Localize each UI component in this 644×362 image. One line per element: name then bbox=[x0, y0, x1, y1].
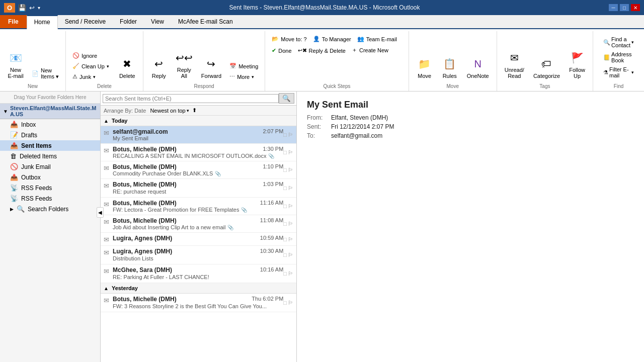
nav-item-deleted[interactable]: 🗑 Deleted Items bbox=[0, 151, 100, 161]
tomanager-icon: 👤 bbox=[313, 36, 320, 42]
title-bar: O 💾 ↩ ▾ Sent Items - Steven.Elfant@MassM… bbox=[0, 0, 644, 15]
email-item-10[interactable]: ✉ Botus, Michelle (DMH) Thu 6:02 PM FW: … bbox=[101, 294, 296, 312]
reply-all-button[interactable]: ↩↩ ReplyAll bbox=[173, 47, 196, 81]
nav-collapse-button[interactable]: ◀ bbox=[97, 207, 104, 218]
cleanup-button[interactable]: 🧹 Clean Up ▾ bbox=[70, 61, 112, 71]
meeting-button[interactable]: 📅 Meeting bbox=[227, 61, 261, 71]
new-email-button[interactable]: 📧 NewE-mail bbox=[4, 47, 27, 81]
more-button[interactable]: ⋯ More ▾ bbox=[227, 72, 261, 81]
rss1-label: RSS Feeds bbox=[21, 185, 96, 192]
move-button[interactable]: 📁 Move bbox=[413, 53, 436, 81]
flag-icon-2: □ bbox=[283, 149, 287, 155]
email-9-actions: □ 🏳 bbox=[283, 266, 293, 281]
email-item-7[interactable]: ✉ Lugira, Agnes (DMH) 10:59 AM □ 🏳 bbox=[101, 233, 296, 246]
email-item-3[interactable]: ✉ Botus, Michelle (DMH) 1:10 PM Commodit… bbox=[101, 161, 296, 179]
move-label: Move bbox=[418, 73, 431, 79]
email-item-5[interactable]: ✉ Botus, Michelle (DMH) 11:16 AM FW: Lec… bbox=[101, 198, 296, 215]
email-item-1[interactable]: ✉ selfant@gmail.com 2:07 PM My Sent Emai… bbox=[101, 126, 296, 144]
email-item-2[interactable]: ✉ Botus, Michelle (DMH) 1:30 PM RECALLIN… bbox=[101, 144, 296, 161]
tab-send-receive[interactable]: Send / Receive bbox=[58, 15, 113, 28]
drafts-icon: 📝 bbox=[10, 131, 18, 139]
rules-button[interactable]: 📋 Rules bbox=[438, 53, 461, 81]
nav-item-rss2[interactable]: 📡 RSS Feeds bbox=[0, 193, 100, 204]
tab-folder[interactable]: Folder bbox=[113, 15, 144, 28]
ignore-button[interactable]: 🚫 Ignore bbox=[70, 51, 112, 60]
delete-button[interactable]: ✖ Delete bbox=[116, 53, 139, 81]
nav-account[interactable]: ▼ Steven.Elfant@MassMail.State.MA.US bbox=[0, 104, 100, 119]
maximize-button[interactable]: □ bbox=[620, 4, 629, 11]
nav-item-drafts[interactable]: 📝 Drafts bbox=[0, 130, 100, 140]
minimize-button[interactable]: ─ bbox=[609, 4, 618, 11]
email-item-6[interactable]: ✉ Botus, Michelle (DMH) 11:08 AM Job Aid… bbox=[101, 215, 296, 233]
done-icon: ✔ bbox=[272, 47, 276, 54]
team-email-button[interactable]: 👥 Team E-mail bbox=[355, 34, 399, 44]
rss1-icon: 📡 bbox=[10, 184, 18, 192]
search-input[interactable] bbox=[103, 94, 279, 103]
sort-dropdown[interactable]: Newest on top ▾ ⬆ bbox=[150, 107, 293, 114]
new-group-label: New bbox=[4, 81, 61, 89]
flag-icon-8: □ bbox=[283, 252, 287, 258]
team-email-icon: 👥 bbox=[357, 36, 364, 42]
categorize-label: Categorize bbox=[533, 73, 560, 79]
ribbon: 📧 NewE-mail 📄 NewItems ▾ New 🚫 Ignore 🧹 bbox=[0, 29, 644, 92]
onenote-button[interactable]: N OneNote bbox=[463, 53, 493, 81]
flag-icon-9: □ bbox=[283, 270, 287, 277]
rules-label: Rules bbox=[443, 73, 457, 79]
nav-item-junk[interactable]: 🚫 Junk Email bbox=[0, 161, 100, 172]
nav-item-outbox[interactable]: 📤 Outbox bbox=[0, 172, 100, 183]
quick-save[interactable]: 💾 bbox=[18, 4, 26, 12]
to-value: selfant@gmail.com bbox=[331, 132, 382, 139]
email-1-actions: □ 🏳 bbox=[283, 128, 293, 141]
ribbon-group-new: 📧 NewE-mail 📄 NewItems ▾ New bbox=[0, 31, 66, 91]
reply-icon: ↩ bbox=[151, 56, 167, 72]
search-button[interactable]: 🔍 bbox=[279, 93, 294, 104]
categorize-button[interactable]: 🏷 Categorize bbox=[530, 53, 564, 81]
yesterday-group-arrow[interactable]: ▲ bbox=[104, 286, 109, 291]
email-4-icon: ✉ bbox=[104, 181, 113, 195]
meeting-label: Meeting bbox=[238, 63, 258, 69]
done-button[interactable]: ✔ Done bbox=[269, 46, 294, 55]
meeting-icon: 📅 bbox=[229, 63, 236, 69]
email-item-9[interactable]: ✉ McGhee, Sara (DMH) 10:16 AM RE: Parkin… bbox=[101, 264, 296, 283]
reply-delete-button[interactable]: ↩✖ Reply & Delete bbox=[295, 46, 348, 55]
attach-icon-3: 📎 bbox=[215, 171, 221, 176]
email-title: My Sent Email bbox=[307, 100, 634, 110]
email-1-sender: selfant@gmail.com bbox=[113, 128, 168, 135]
junk-button[interactable]: ⚠ Junk ▾ bbox=[70, 72, 112, 81]
address-book-button[interactable]: 📒 Address Book bbox=[601, 50, 636, 64]
find-contact-button[interactable]: 🔍 Find a Contact ▾ bbox=[601, 35, 636, 49]
inbox-label: Inbox bbox=[21, 121, 96, 128]
tomanager-button[interactable]: 👤 To Manager bbox=[310, 34, 354, 44]
close-button[interactable]: ✕ bbox=[631, 4, 640, 11]
email-10-icon: ✉ bbox=[104, 296, 113, 310]
moveto-button[interactable]: 📂 Move to: ? bbox=[269, 34, 309, 44]
new-items-button[interactable]: 📄 NewItems ▾ bbox=[29, 66, 61, 81]
app-body: Drag Your Favorite Folders Here ▼ Steven… bbox=[0, 92, 644, 362]
tab-mcafee[interactable]: McAfee E-mail Scan bbox=[171, 15, 240, 28]
delete-icon: ✖ bbox=[119, 56, 135, 72]
followup-button[interactable]: 🚩 FollowUp bbox=[566, 47, 589, 81]
create-new-button[interactable]: ＋ Create New bbox=[349, 45, 391, 55]
unread-read-button[interactable]: ✉ Unread/Read bbox=[501, 47, 528, 81]
filter-email-button[interactable]: ⚗ Filter E-mail ▾ bbox=[601, 65, 636, 79]
tab-file[interactable]: File bbox=[0, 15, 27, 28]
ribbon-group-tags: ✉ Unread/Read 🏷 Categorize 🚩 FollowUp Ta… bbox=[497, 31, 593, 91]
forward-button[interactable]: ↪ Forward bbox=[198, 53, 225, 81]
email-10-sender: Botus, Michelle (DMH) bbox=[113, 296, 177, 303]
email-item-8[interactable]: ✉ Lugira, Agnes (DMH) 10:30 AM Distribut… bbox=[101, 246, 296, 264]
reply-button[interactable]: ↩ Reply bbox=[147, 53, 171, 81]
email-item-4[interactable]: ✉ Botus, Michelle (DMH) 1:03 PM RE: purc… bbox=[101, 179, 296, 198]
tab-home[interactable]: Home bbox=[27, 15, 58, 29]
quick-undo[interactable]: ↩ bbox=[29, 4, 35, 12]
find-contact-label: Find a Contact bbox=[611, 36, 630, 48]
email-9-subject: RE: Parking At Fuller - LAST CHANCE! bbox=[113, 274, 209, 280]
nav-item-sent[interactable]: 📤 Sent Items bbox=[0, 140, 100, 151]
nav-item-inbox[interactable]: 📥 Inbox bbox=[0, 119, 100, 130]
ignore-label: Ignore bbox=[82, 53, 97, 59]
nav-item-search[interactable]: ▶ 🔍 Search Folders bbox=[0, 204, 100, 214]
email-3-meta: Botus, Michelle (DMH) 1:10 PM bbox=[113, 163, 283, 170]
tab-view[interactable]: View bbox=[144, 15, 171, 28]
today-group-arrow[interactable]: ▲ bbox=[104, 118, 109, 124]
sort-asc-icon: ⬆ bbox=[192, 107, 197, 114]
nav-item-rss1[interactable]: 📡 RSS Feeds bbox=[0, 183, 100, 193]
